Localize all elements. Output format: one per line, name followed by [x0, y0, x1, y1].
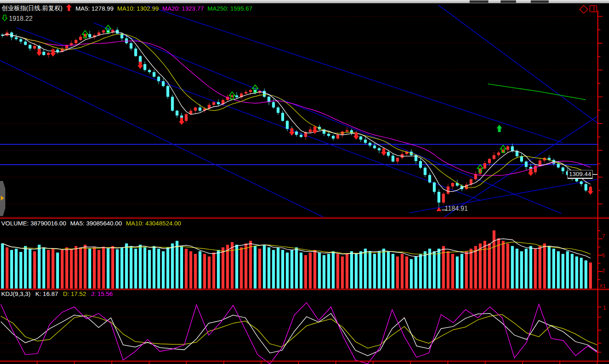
ma20-readout: MA20: 1323.77 — [162, 5, 204, 12]
kdj-k-readout: K: 16.87 — [35, 290, 58, 297]
up-arrow-icon — [66, 4, 72, 12]
green-down-arrow-icon — [2, 15, 7, 22]
volume-axis-tick-7500: 7 — [602, 233, 605, 239]
volume-axis-tick-5000: 5 — [602, 252, 605, 258]
ma5-readout: MA5: 1278.99 — [75, 5, 113, 12]
trading-app-window: 创业板指(日线.前复权) MA5: 1278.99 MA10: 1302.99 … — [0, 0, 609, 364]
expand-right-icon — [1, 196, 4, 201]
last-price-box: 1309.44 — [567, 170, 593, 179]
kdj-d-readout: D: 17.52 — [63, 290, 86, 297]
volume-axis-tick-2500: 2 — [602, 267, 605, 274]
kdj-j-readout: J: 15.56 — [91, 290, 113, 297]
volume-axis-unit: X1 — [599, 283, 606, 289]
splitter-notch — [531, 0, 549, 3]
low-price-label: 1184.91 — [445, 205, 468, 212]
splitter-notch — [501, 0, 516, 3]
main-chart-header: 创业板指(日线.前复权) MA5: 1278.99 MA10: 1302.99 … — [2, 4, 252, 12]
kdj-axis-tick-100: 1 — [603, 304, 606, 311]
top-splitter-bar[interactable] — [0, 0, 609, 3]
high-price-label: 1918.22 — [9, 15, 33, 22]
splitter-notch — [470, 0, 488, 3]
volume-ma10-readout: MA10: 43048524.00 — [126, 220, 181, 227]
window-layout-icon[interactable] — [589, 5, 597, 12]
chart-canvas[interactable] — [0, 0, 609, 364]
sidebar-flyout-handle[interactable] — [0, 181, 5, 216]
ma250-readout: MA250: 1595.67 — [207, 5, 252, 12]
ma10-readout: MA10: 1302.99 — [117, 5, 159, 12]
high-price-marker: 1918.22 — [2, 15, 33, 22]
volume-header: VOLUME: 38790016.00 MA5: 39085640.00 MA1… — [1, 220, 181, 227]
volume-ma5-readout: MA5: 39085640.00 — [70, 220, 122, 227]
symbol-title[interactable]: 创业板指(日线.前复权) — [2, 4, 62, 12]
kdj-header: KDJ(9,3,3) K: 16.87 D: 17.52 J: 15.56 — [1, 290, 113, 297]
volume-readout: VOLUME: 38790016.00 — [1, 220, 66, 227]
kdj-label[interactable]: KDJ(9,3,3) — [1, 290, 31, 297]
